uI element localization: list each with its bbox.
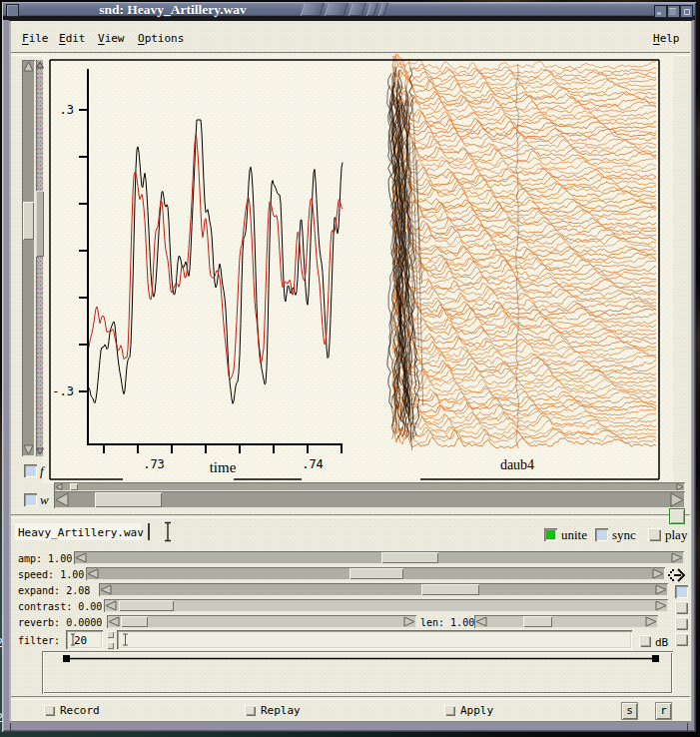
unite-label: unite	[561, 527, 587, 543]
record-label: Record	[60, 704, 100, 717]
reverb-thumb[interactable]	[121, 616, 148, 627]
x-scroll-right-arrow[interactable]	[670, 492, 684, 507]
speed-thumb[interactable]	[350, 568, 403, 579]
speed-direction-arrow[interactable]	[667, 567, 686, 581]
x-zoom-left-arrow[interactable]	[55, 483, 63, 490]
text-grip-top	[107, 631, 114, 638]
contrast-left-arrow[interactable]	[105, 600, 117, 611]
sync-label: sync	[612, 527, 636, 543]
x-zoom-slider[interactable]	[54, 482, 685, 491]
play-checkbox[interactable]	[648, 528, 661, 541]
contrast-right-arrow[interactable]	[655, 600, 667, 611]
contrast-enable-checkbox[interactable]	[675, 601, 688, 614]
wave-toggle[interactable]	[24, 493, 37, 506]
restore-controls-button[interactable]: r	[655, 702, 672, 720]
reverb-scrollbar[interactable]	[107, 615, 416, 628]
speed-left-arrow[interactable]	[87, 568, 99, 579]
x-position-scrollbar[interactable]	[54, 491, 685, 508]
desktop: 2 2 snd: Heavy_Artillery.wav	[0, 0, 700, 737]
zoom-down-arrow[interactable]	[36, 447, 44, 455]
scroll-up-arrow[interactable]	[23, 61, 34, 72]
x-tick-label-right: .74	[302, 457, 324, 471]
amp-right-arrow[interactable]	[671, 552, 683, 563]
sound-name-label[interactable]: Heavy_Artillery.wav	[18, 526, 144, 539]
db-checkbox[interactable]	[639, 635, 651, 647]
zoom-up-arrow[interactable]	[36, 61, 44, 69]
fft-toggle-label: f	[40, 463, 44, 479]
y-zoom-thumb[interactable]	[36, 191, 44, 257]
frame-notch-left	[10, 723, 11, 732]
speed-label: speed: 1.00	[18, 569, 84, 580]
transform-label: daub4	[500, 457, 534, 472]
expand-right-arrow[interactable]	[655, 584, 667, 595]
x-scroll-left-arrow[interactable]	[55, 492, 69, 507]
expand-left-arrow[interactable]	[100, 584, 112, 595]
channel-graph[interactable]: .3-.3.73.74timedaub4	[42, 54, 673, 483]
contrast-label: contrast: 0.00	[18, 601, 102, 612]
text-grip-bottom	[107, 642, 114, 649]
db-label: dB	[655, 636, 668, 649]
y-tick-label-top: .3	[60, 103, 74, 117]
envelope-field-caret-icon	[122, 633, 129, 646]
frame-notch-right	[687, 723, 688, 732]
play-label: play	[665, 527, 687, 543]
filter-order-caret-icon	[70, 633, 76, 646]
menu-options[interactable]: Options	[138, 32, 184, 45]
amp-left-arrow[interactable]	[75, 552, 87, 563]
filter-enable-checkbox[interactable]	[675, 633, 688, 646]
replay-checkbox[interactable]	[245, 705, 256, 716]
save-controls-button[interactable]: s	[621, 702, 638, 720]
speed-scrollbar[interactable]	[86, 567, 665, 580]
minibuffer-cursor-icon	[148, 523, 150, 540]
contrast-thumb[interactable]	[119, 600, 174, 611]
reverb-len-left-arrow[interactable]	[475, 616, 487, 627]
amp-thumb[interactable]	[381, 552, 438, 563]
y-position-scrollbar[interactable]	[22, 60, 35, 456]
x-zoom-thumb[interactable]	[70, 483, 78, 490]
envelope-point-left[interactable]	[63, 655, 70, 662]
window-content: File Edit View Options Help .3-.3.73.74t…	[9, 19, 692, 722]
expand-scrollbar[interactable]	[99, 583, 668, 596]
apply-checkbox[interactable]	[444, 705, 455, 716]
speed-right-arrow[interactable]	[652, 568, 664, 579]
replay-label: Replay	[261, 704, 301, 717]
menu-help[interactable]: Help	[653, 32, 680, 45]
ibeam-mouse-cursor-icon	[163, 521, 173, 542]
reverb-enable-checkbox[interactable]	[675, 617, 688, 630]
expand-label: expand: 2.08	[18, 585, 90, 596]
reverb-len-scrollbar[interactable]	[474, 615, 658, 628]
y-position-thumb[interactable]	[23, 202, 34, 240]
bottom-separator	[11, 696, 690, 700]
record-checkbox[interactable]	[44, 705, 55, 716]
sync-checkbox[interactable]	[595, 528, 608, 541]
reverb-left-arrow[interactable]	[108, 616, 120, 627]
amp-scrollbar[interactable]	[74, 551, 684, 564]
wave-toggle-label: w	[40, 492, 49, 508]
reverb-len-right-arrow[interactable]	[645, 616, 657, 627]
menu-file[interactable]: File	[22, 32, 49, 45]
menu-view[interactable]: View	[98, 32, 125, 45]
expand-enable-checkbox[interactable]	[675, 585, 688, 598]
x-zoom-right-arrow[interactable]	[676, 483, 684, 490]
pane-sash-grip[interactable]	[669, 508, 685, 524]
x-axis-label: time	[210, 459, 237, 475]
y-tick-label-bottom: -.3	[52, 384, 74, 398]
reverb-right-arrow[interactable]	[403, 616, 415, 627]
y-zoom-slider[interactable]	[36, 60, 44, 456]
menu-edit[interactable]: Edit	[59, 32, 86, 45]
amp-label: amp: 1.00	[18, 553, 72, 564]
filter-order-field[interactable]: 20	[66, 630, 103, 649]
reverb-len-thumb[interactable]	[523, 616, 552, 627]
filter-label: filter:	[18, 635, 60, 646]
x-position-thumb[interactable]	[95, 492, 162, 507]
filter-envelope-field[interactable]	[117, 630, 632, 649]
envelope-point-right[interactable]	[652, 655, 659, 662]
reverb-label: reverb: 0.0000	[18, 617, 102, 628]
expand-thumb[interactable]	[421, 584, 479, 595]
contrast-scrollbar[interactable]	[104, 599, 668, 612]
scroll-down-arrow[interactable]	[23, 444, 34, 455]
filter-envelope-graph[interactable]	[42, 651, 673, 694]
unite-checkbox[interactable]	[544, 528, 557, 541]
snd-window: snd: Heavy_Artillery.wav File Edit Vi	[2, 2, 696, 732]
fft-toggle[interactable]	[24, 464, 37, 477]
